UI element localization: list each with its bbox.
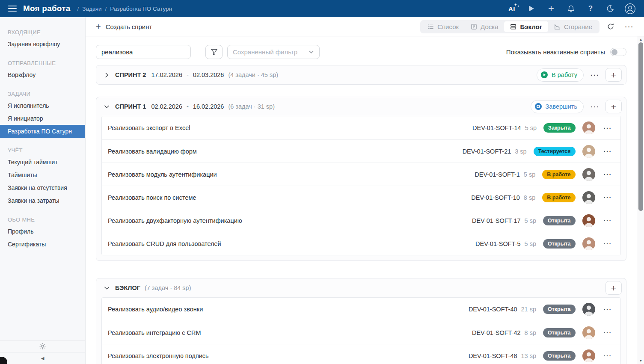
assignee-avatar[interactable] [582, 237, 595, 250]
task-menu-button[interactable]: ··· [601, 171, 615, 178]
sprint-date-from: 02.02.2026 [151, 103, 182, 110]
sprint-action-button[interactable]: Завершить [531, 100, 584, 113]
more-options-icon[interactable]: ··· [622, 20, 637, 33]
breadcrumb-item[interactable]: Разработка ПО Сатурн [110, 6, 172, 12]
assignee-avatar[interactable] [582, 214, 595, 227]
inactive-sprints-toggle[interactable] [610, 48, 626, 56]
task-row[interactable]: Реализовать аудио/видео звонкиDEV-01-SOF… [102, 298, 620, 321]
vertical-scrollbar[interactable]: ▲ ▼ [637, 36, 644, 364]
assignee-avatar[interactable] [582, 121, 595, 134]
sidebar-item[interactable]: Задания воркфлоу [0, 38, 85, 50]
task-row[interactable]: Реализовать CRUD для пользователейDEV-01… [102, 232, 620, 255]
status-badge: Открыта [543, 216, 576, 225]
saved-filter-select[interactable]: Сохраненный фильтр [227, 45, 320, 59]
task-story-points: 8 sp [524, 194, 535, 201]
scrollbar-thumb[interactable] [638, 42, 643, 211]
task-title: Реализовать CRUD для пользователей [108, 240, 475, 247]
sprint-add-task-button[interactable]: + [605, 100, 622, 113]
view-tab-list[interactable]: Список [421, 21, 465, 32]
sprint-menu-button[interactable]: ··· [588, 71, 602, 79]
sprint-card: СПРИНТ 217.02.2026-02.03.2026(4 задачи ·… [96, 65, 626, 85]
sparkle-icon [514, 3, 517, 6]
notifications-bell-icon[interactable] [563, 1, 579, 16]
assignee-avatar[interactable] [582, 303, 595, 316]
task-menu-button[interactable]: ··· [601, 306, 615, 313]
create-sprint-button[interactable]: + Создать спринт [96, 22, 152, 31]
sidebar-section-header: ВХОДЯЩИЕ [8, 29, 77, 36]
task-menu-button[interactable]: ··· [601, 329, 615, 336]
sidebar-item[interactable]: Я исполнитель [0, 99, 85, 112]
sprint-collapse-toggle[interactable] [100, 68, 113, 82]
task-menu-button[interactable]: ··· [601, 217, 615, 224]
task-row[interactable]: Реализовать модуль аутентификацииDEV-01-… [102, 163, 620, 186]
settings-button[interactable] [0, 340, 85, 352]
view-tab-burndown[interactable]: Сгорание [548, 21, 598, 32]
assignee-avatar[interactable] [582, 326, 595, 339]
task-row[interactable]: Реализовать валидацию формDEV-01-SOFT-21… [102, 139, 620, 163]
assignee-avatar[interactable] [582, 191, 595, 204]
task-id: DEV-01-SOFT-42 [472, 329, 521, 336]
chevron-down-icon [309, 49, 314, 55]
ai-assistant-icon[interactable]: AI [504, 1, 520, 16]
sprint-add-task-button[interactable]: + [605, 68, 622, 82]
task-story-points: 5 sp [525, 217, 536, 224]
backlog-icon [510, 24, 516, 30]
sprint-collapse-toggle[interactable] [100, 281, 113, 295]
finish-circle-icon [534, 103, 542, 110]
sidebar-item[interactable]: Заявки на затраты [0, 194, 85, 207]
sidebar-item[interactable]: Я инициатор [0, 112, 85, 125]
task-menu-button[interactable]: ··· [601, 352, 615, 359]
task-menu-button[interactable]: ··· [601, 148, 615, 155]
sprint-menu-button[interactable]: ··· [588, 103, 602, 110]
board-icon [471, 24, 477, 30]
create-plus-icon[interactable]: + [543, 1, 559, 16]
task-title: Реализовать экспорт в Excel [108, 124, 472, 131]
task-row[interactable]: Реализовать поиск по системеDEV-01-SOFT-… [102, 186, 620, 209]
task-row[interactable]: Реализовать двухфакторную аутентификацию… [102, 209, 620, 232]
sidebar-item[interactable]: Разработка ПО Сатурн [0, 125, 85, 138]
sidebar-item[interactable]: Таймшиты [0, 169, 85, 181]
assignee-avatar[interactable] [582, 349, 595, 362]
sprint-collapse-toggle[interactable] [100, 100, 113, 113]
sprint-add-task-button[interactable]: + [605, 281, 622, 295]
hamburger-menu-icon[interactable] [5, 1, 20, 16]
sprint-header: СПРИНТ 217.02.2026-02.03.2026(4 задачи ·… [96, 65, 626, 84]
run-process-icon[interactable] [523, 1, 540, 16]
sidebar-item[interactable]: Сертификаты [0, 238, 85, 251]
sidebar-section-header: ОТПРАВЛЕННЫЕ [8, 60, 77, 66]
task-row[interactable]: Реализовать интеграцию с CRMDEV-01-SOFT-… [102, 321, 620, 344]
assignee-avatar[interactable] [582, 168, 595, 181]
task-menu-button[interactable]: ··· [601, 124, 615, 132]
assignee-avatar[interactable] [582, 145, 595, 158]
breadcrumb-item[interactable]: Задачи [82, 6, 101, 12]
sprint-card: БЭКЛОГ(7 задач · 84 sp)+Реализовать ауди… [96, 278, 626, 364]
inactive-sprints-toggle-label: Показывать неактивные спринты [506, 48, 605, 56]
view-tab-backlog[interactable]: Бэклог [504, 21, 548, 32]
scroll-up-icon[interactable]: ▲ [637, 38, 644, 41]
refresh-icon[interactable] [603, 20, 618, 33]
view-tab-board[interactable]: Доска [465, 21, 504, 32]
help-icon[interactable]: ? [582, 1, 599, 16]
task-row[interactable]: Реализовать экспорт в ExcelDEV-01-SOFT-1… [102, 116, 620, 139]
task-story-points: 8 sp [525, 329, 536, 336]
task-id: DEV-01-SOFT-17 [472, 217, 521, 224]
collapse-sidebar-button[interactable]: ◀ [0, 352, 85, 364]
view-tab-label: Список [437, 23, 459, 30]
sprint-action-button[interactable]: В работу [537, 68, 584, 82]
sidebar-item[interactable]: Профиль [0, 225, 85, 238]
sidebar-item[interactable]: Воркфлоу [0, 68, 85, 81]
sidebar-item[interactable]: Заявки на отсутствия [0, 181, 85, 194]
sidebar-item[interactable]: Текущий таймшит [0, 156, 85, 169]
task-row[interactable]: Реализовать электронную подписьDEV-01-SO… [102, 344, 620, 364]
dark-mode-moon-icon[interactable] [602, 1, 618, 16]
breadcrumb-separator: / [77, 6, 79, 12]
task-menu-button[interactable]: ··· [601, 240, 615, 247]
profile-avatar-icon[interactable] [622, 1, 638, 16]
task-title: Реализовать модуль аутентификации [108, 171, 475, 178]
breadcrumb-separator: / [105, 6, 107, 12]
filter-button[interactable] [205, 45, 223, 59]
sprint-header: БЭКЛОГ(7 задач · 84 sp)+ [96, 278, 626, 297]
task-menu-button[interactable]: ··· [601, 194, 615, 201]
search-input[interactable] [96, 45, 191, 59]
scroll-down-icon[interactable]: ▼ [637, 359, 644, 363]
